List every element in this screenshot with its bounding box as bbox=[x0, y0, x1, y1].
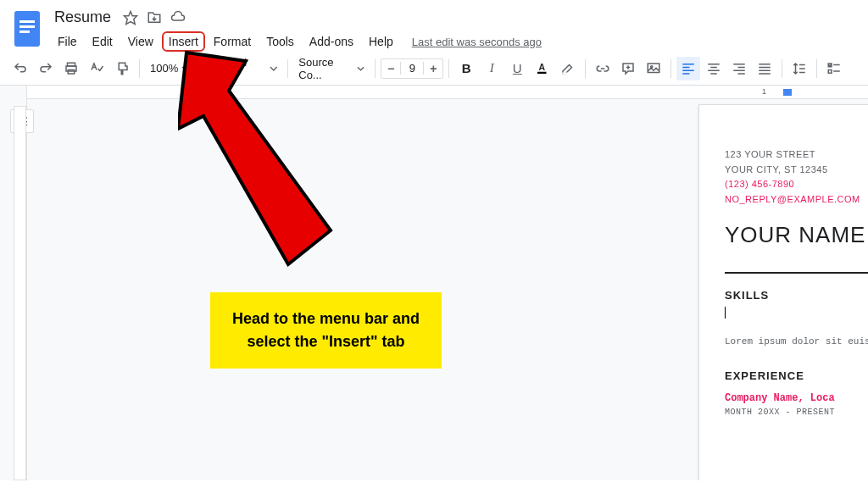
print-button[interactable] bbox=[59, 57, 83, 80]
menu-format[interactable]: Format bbox=[207, 31, 258, 52]
resume-email: NO_REPLY@EXAMPLE.COM bbox=[725, 192, 868, 208]
resume-address-line1: 123 YOUR STREET bbox=[725, 147, 868, 163]
bold-button[interactable]: B bbox=[454, 57, 478, 80]
toolbar-separator bbox=[670, 59, 671, 78]
docs-logo[interactable] bbox=[12, 8, 42, 49]
svg-text:A: A bbox=[539, 62, 546, 72]
toolbar-separator bbox=[139, 59, 140, 78]
svg-rect-3 bbox=[19, 30, 30, 33]
resume-skills-body: Lorem ipsum dolor sit euismod tincidunt … bbox=[725, 335, 868, 349]
menu-edit[interactable]: Edit bbox=[86, 31, 120, 52]
font-size-decrease[interactable]: − bbox=[381, 62, 400, 75]
document-page[interactable]: 123 YOUR STREET YOUR CITY, ST 12345 (123… bbox=[698, 104, 868, 480]
document-title[interactable]: Resume bbox=[51, 7, 114, 28]
menu-view[interactable]: View bbox=[121, 31, 160, 52]
toolbar-separator bbox=[782, 59, 782, 78]
horizontal-ruler: 1 bbox=[27, 86, 868, 99]
italic-button[interactable]: I bbox=[480, 57, 504, 80]
zoom-dropdown[interactable]: 100% bbox=[145, 58, 195, 80]
insert-image-button[interactable] bbox=[642, 57, 665, 80]
annotation-text-line2: select the "Insert" tab bbox=[232, 330, 420, 353]
add-comment-button[interactable] bbox=[616, 57, 640, 80]
annotation-text-line1: Head to the menu bar and bbox=[232, 308, 420, 330]
toolbar-separator bbox=[816, 59, 817, 78]
underline-button[interactable]: U bbox=[505, 57, 529, 80]
vertical-ruler bbox=[0, 86, 27, 480]
cloud-status-icon[interactable] bbox=[170, 10, 186, 25]
align-right-button[interactable] bbox=[727, 57, 751, 80]
menubar: File Edit View Insert Format Tools Add-o… bbox=[51, 31, 856, 52]
ruler-indent-indicator[interactable] bbox=[783, 89, 792, 96]
toolbar-separator bbox=[585, 59, 586, 78]
resume-company: Company Name, Loca bbox=[725, 392, 868, 404]
svg-marker-4 bbox=[125, 11, 137, 24]
checklist-button[interactable] bbox=[822, 57, 846, 80]
toolbar-separator bbox=[448, 59, 449, 78]
menu-insert[interactable]: Insert bbox=[162, 31, 205, 52]
resume-name: YOUR NAME bbox=[725, 222, 868, 248]
svg-rect-9 bbox=[537, 71, 547, 73]
menu-help[interactable]: Help bbox=[362, 31, 400, 52]
highlight-color-button[interactable] bbox=[556, 57, 580, 80]
align-justify-button[interactable] bbox=[753, 57, 776, 80]
last-edit-link[interactable]: Last edit was seconds ago bbox=[412, 36, 542, 48]
toolbar-separator bbox=[375, 59, 376, 78]
toolbar-separator bbox=[200, 59, 201, 78]
font-size-value[interactable]: 9 bbox=[400, 62, 424, 75]
svg-rect-10 bbox=[563, 72, 575, 74]
font-dropdown[interactable]: Source Co... bbox=[293, 58, 370, 80]
style-dropdown[interactable]: Normal text bbox=[206, 58, 282, 80]
font-size-increase[interactable]: + bbox=[424, 62, 442, 75]
font-size-group: − 9 + bbox=[381, 58, 443, 79]
resume-phone: (123) 456-7890 bbox=[725, 177, 868, 192]
resume-address-line2: YOUR CITY, ST 12345 bbox=[725, 163, 868, 178]
text-cursor bbox=[725, 307, 726, 319]
move-icon[interactable] bbox=[147, 10, 162, 25]
align-center-button[interactable] bbox=[702, 57, 726, 80]
svg-rect-14 bbox=[829, 69, 832, 73]
resume-dates: MONTH 20XX - PRESENT bbox=[725, 408, 868, 417]
resume-experience-title: EXPERIENCE bbox=[725, 369, 868, 382]
text-color-button[interactable]: A bbox=[531, 57, 554, 80]
spellcheck-button[interactable] bbox=[85, 57, 108, 80]
svg-rect-1 bbox=[19, 20, 35, 23]
svg-rect-2 bbox=[19, 25, 35, 28]
insert-link-button[interactable] bbox=[591, 57, 615, 80]
annotation-callout: Head to the menu bar and select the "Ins… bbox=[210, 292, 442, 369]
svg-rect-0 bbox=[14, 11, 40, 47]
align-left-button[interactable] bbox=[676, 57, 700, 80]
paint-format-button[interactable] bbox=[110, 57, 134, 80]
toolbar: 100% Normal text Source Co... − 9 + B I … bbox=[0, 52, 868, 86]
menu-addons[interactable]: Add-ons bbox=[303, 31, 360, 52]
ruler-mark: 1 bbox=[762, 87, 766, 96]
undo-button[interactable] bbox=[8, 57, 32, 80]
menu-tools[interactable]: Tools bbox=[259, 31, 301, 52]
resume-skills-title: SKILLS bbox=[725, 289, 868, 302]
resume-divider bbox=[725, 272, 868, 274]
toolbar-separator bbox=[287, 59, 288, 78]
redo-button[interactable] bbox=[34, 57, 58, 80]
star-icon[interactable] bbox=[123, 10, 138, 25]
line-spacing-button[interactable] bbox=[787, 57, 811, 80]
menu-file[interactable]: File bbox=[51, 31, 84, 52]
